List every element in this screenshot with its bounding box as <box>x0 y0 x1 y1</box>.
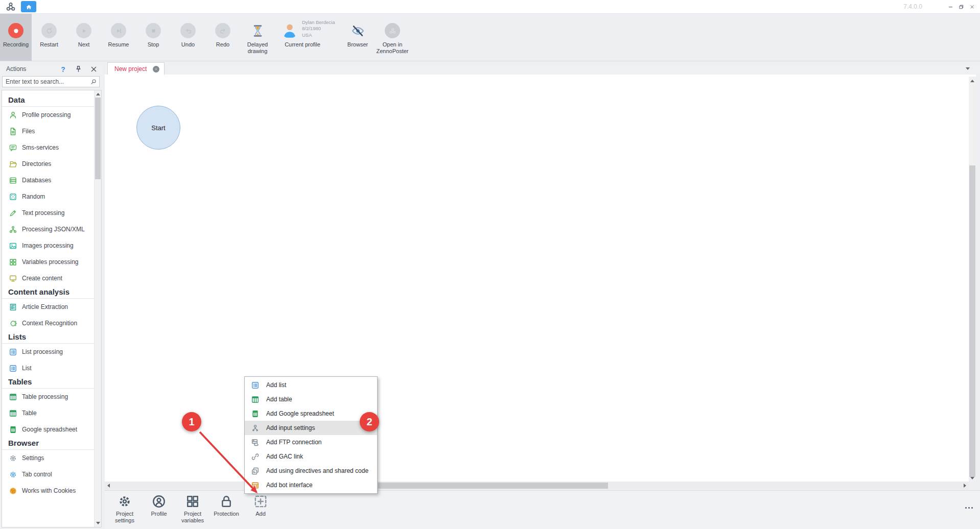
actions-section: Lists List processing List <box>2 332 94 376</box>
sidebar-item[interactable]: Article Extraction <box>2 299 94 315</box>
sidebar-item-label: Sms-services <box>22 144 59 151</box>
scroll-down-icon[interactable] <box>970 477 974 479</box>
toolbar-button[interactable]: Stop <box>136 14 171 61</box>
sidebar-item[interactable]: Works with Cookies <box>2 483 94 499</box>
scroll-up-icon[interactable] <box>970 80 974 82</box>
toolbar-button[interactable]: Resume <box>101 14 136 61</box>
bottom-toolbar-button[interactable]: Project settings <box>108 494 142 524</box>
play-icon <box>80 27 88 35</box>
sidebar-item[interactable]: Google spreadsheet <box>2 421 94 438</box>
list-icon <box>9 348 17 356</box>
sidebar-item[interactable]: List processing <box>2 344 94 360</box>
eye-slash-icon <box>351 24 365 38</box>
sidebar-item[interactable]: Databases <box>2 172 94 188</box>
context-menu-item[interactable]: Add Google spreadsheet <box>245 406 377 421</box>
section-heading: Data <box>2 95 94 107</box>
gsheet-icon <box>251 410 260 418</box>
context-menu-item[interactable]: Add table <box>245 392 377 406</box>
app-logo-trefoil-icon <box>5 1 17 12</box>
sidebar-item[interactable]: Settings <box>2 450 94 466</box>
panel-close-icon[interactable] <box>89 65 98 74</box>
sidebar-item-label: Context Recognition <box>22 320 77 327</box>
toolbar-button[interactable]: Undo <box>171 14 205 61</box>
pin-icon[interactable] <box>74 65 83 74</box>
sidebar-item[interactable]: Random <box>2 188 94 205</box>
minimize-button[interactable] <box>945 1 956 12</box>
bottom-toolbar-button[interactable]: Profile <box>142 494 176 517</box>
sidebar-item[interactable]: Tab control <box>2 466 94 483</box>
context-menu-item[interactable]: Add using directives and shared code <box>245 464 377 478</box>
link-icon <box>251 452 260 461</box>
pencil-icon <box>9 209 17 218</box>
scrollbar-thumb[interactable] <box>95 98 101 179</box>
sidebar-item[interactable]: Create content <box>2 270 94 286</box>
search-input[interactable] <box>3 78 90 85</box>
bottom-toolbar-button[interactable]: Project variables <box>176 494 209 524</box>
menubar-item[interactable] <box>40 0 53 14</box>
lock-icon <box>219 494 234 509</box>
more-options-icon[interactable] <box>965 507 973 509</box>
close-button[interactable] <box>967 1 977 12</box>
menubar-item[interactable] <box>102 0 114 14</box>
menubar-item[interactable] <box>77 0 89 14</box>
scroll-up-icon[interactable] <box>96 93 100 95</box>
toolbar-button[interactable]: Redo <box>205 14 240 61</box>
titlebar: 7.4.0.0 <box>0 0 980 14</box>
help-icon[interactable]: ? <box>59 65 67 74</box>
scroll-left-icon[interactable] <box>107 484 110 488</box>
sidebar-item-label: Images processing <box>22 242 74 249</box>
flowchart-canvas[interactable]: Start <box>105 75 976 482</box>
scrollbar-thumb[interactable] <box>378 483 608 489</box>
context-menu-item[interactable]: Add FTP connection <box>245 435 377 449</box>
menubar-item[interactable] <box>89 0 102 14</box>
toolbar-right-group: Browser Open in ZennoPoster <box>340 14 410 61</box>
sidebar-item[interactable]: Processing JSON/XML <box>2 221 94 237</box>
scroll-right-icon[interactable] <box>964 484 966 488</box>
sidebar-item[interactable]: Sms-services <box>2 139 94 156</box>
sidebar-item[interactable]: Table processing <box>2 389 94 405</box>
start-node[interactable]: Start <box>136 106 180 150</box>
toolbar-button[interactable]: Next <box>66 14 101 61</box>
home-button[interactable] <box>21 1 36 12</box>
toolbar-button[interactable]: Open in ZennoPoster <box>375 14 410 61</box>
context-menu-item[interactable]: Add GAC link <box>245 449 377 464</box>
scrollbar-thumb[interactable] <box>969 165 975 477</box>
toolbar-button[interactable]: Browser <box>340 14 375 61</box>
sidebar-item[interactable]: Directories <box>2 156 94 172</box>
current-profile-button[interactable]: Dylan Berdecia 8/2/1980 USA Current prof… <box>275 14 340 61</box>
context-menu-item[interactable]: Add bot interface <box>245 478 377 492</box>
restore-button[interactable] <box>956 1 967 12</box>
actions-panel-title: Actions <box>6 65 52 73</box>
bottom-toolbar-button[interactable]: Add <box>244 494 277 517</box>
cookie-icon <box>9 487 17 495</box>
image-icon <box>9 242 17 250</box>
record-icon <box>12 27 20 35</box>
tab-close-button[interactable] <box>153 66 159 73</box>
sidebar-item[interactable]: Profile processing <box>2 107 94 123</box>
context-menu-item[interactable]: Add list <box>245 378 377 392</box>
sidebar-item[interactable]: Context Recognition <box>2 315 94 331</box>
sidebar-item[interactable]: List <box>2 360 94 376</box>
toolbar-button[interactable]: Restart <box>32 14 66 61</box>
sidebar-scrollbar <box>94 90 101 527</box>
scroll-down-icon[interactable] <box>96 522 100 524</box>
sidebar-item[interactable]: Images processing <box>2 237 94 254</box>
tab-list-dropdown-icon[interactable] <box>966 67 970 70</box>
actions-panel: Actions ? Data Profile processing <box>0 62 103 529</box>
sidebar-item[interactable]: Text processing <box>2 205 94 221</box>
sidebar-item-label: Files <box>22 128 35 135</box>
tab-label: New project <box>114 65 147 73</box>
sidebar-item[interactable]: Table <box>2 405 94 421</box>
profile-meta: Dylan Berdecia 8/2/1980 USA <box>302 19 335 38</box>
toolbar-button[interactable]: Recording <box>0 14 32 61</box>
menubar <box>40 0 114 14</box>
menubar-item[interactable] <box>65 0 77 14</box>
bottom-toolbar-button[interactable]: Protection <box>209 494 243 517</box>
sidebar-item[interactable]: Variables processing <box>2 254 94 270</box>
tab-new-project[interactable]: New project <box>107 62 165 75</box>
context-menu-item[interactable]: Add input settings <box>245 421 377 435</box>
section-items: Profile processing Files Sms-services <box>2 107 94 286</box>
toolbar-button[interactable]: Delayed drawing <box>240 14 275 61</box>
sidebar-item[interactable]: Files <box>2 123 94 139</box>
menubar-item[interactable] <box>53 0 65 14</box>
